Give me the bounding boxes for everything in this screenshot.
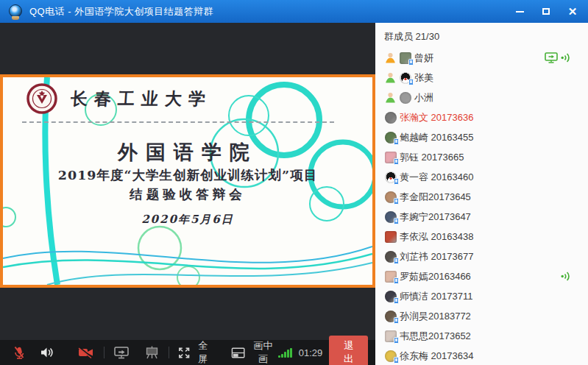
phone-badge-icon [394,317,399,324]
fullscreen-icon [178,347,190,359]
member-avatar [385,291,397,302]
presentation-board-icon [144,345,160,360]
video-background-bottom [0,288,375,340]
maximize-button[interactable] [541,7,551,17]
toolbar-divider [104,347,105,358]
member-avatar [385,191,397,203]
qq-call-app-icon [9,4,24,19]
slide-subtitle-2: 结题验收答辩会 [3,185,372,203]
member-label: 刘芷祎 20173677 [400,250,473,263]
member-label: 小洲 [414,91,433,104]
member-label: 张美 [414,71,433,85]
phone-badge-icon [394,198,399,205]
video-panel: 长春工业大学 外国语学院 2019年度“大学生创新创业训练计划”项目 结题验收答… [0,23,375,365]
speaking-icon [561,52,570,63]
member-label: 黄一容 20163460 [400,171,473,184]
window-controls: ✕ [514,7,582,17]
member-label: 郭钰 20173665 [400,151,464,164]
member-avatar [385,231,397,243]
phone-badge-icon [394,158,399,165]
member-row[interactable]: 李婉宁20173647 [375,207,588,227]
member-label: 韦思思20173652 [400,330,471,343]
minimize-icon [516,11,524,13]
mic-muted-icon [12,345,26,360]
shared-screen-frame: 长春工业大学 外国语学院 2019年度“大学生创新创业训练计划”项目 结题验收答… [0,74,375,288]
members-panel: 群成员 21/30 曾妍 张美 [375,23,588,365]
video-background-top [0,23,375,74]
mic-mute-button[interactable] [10,344,28,361]
minimize-button[interactable] [514,7,525,17]
member-label: 张瀚文 20173636 [400,111,473,124]
member-row[interactable]: 韦思思20173652 [375,326,588,346]
member-badges [545,52,570,64]
member-label: 孙润昊20183772 [400,310,471,323]
speaker-button[interactable] [38,344,56,361]
toolbar-divider [169,347,169,358]
phone-badge-icon [394,297,399,304]
member-avatar [400,92,411,104]
slide-divider [22,121,334,123]
online-status-icon [385,92,396,103]
member-row[interactable]: 师慎洁 20173711 [375,286,588,306]
title-bar: QQ电话 - 外国语学院大创项目结题答辩群 ✕ [0,0,588,23]
call-timer: 01:29 [299,347,323,358]
exit-call-button[interactable]: 退出 [329,336,368,365]
picture-in-picture-icon [231,347,245,359]
pip-label: 画中画 [249,339,277,365]
member-list: 曾妍 张美 小洲 张瀚文 20173636 [375,48,588,365]
member-row[interactable]: 张美 [375,68,588,88]
phone-badge-icon [408,59,414,65]
member-row[interactable]: 鲍越崎 20163455 [375,127,588,147]
member-label: 李金阳20173645 [400,191,471,204]
member-avatar [385,112,397,124]
member-row[interactable]: 李金阳20173645 [375,187,588,207]
phone-badge-icon [394,178,399,185]
university-logo-icon [26,83,57,114]
phone-badge-icon [394,337,399,344]
member-row[interactable]: 曾妍 [375,48,588,68]
member-badges [561,271,570,282]
phone-badge-icon [394,138,399,145]
member-label: 罗茹嫣20163466 [400,270,471,283]
phone-badge-icon [394,218,399,224]
camera-off-icon [77,345,95,360]
member-row[interactable]: 刘芷祎 20173677 [375,247,588,266]
camera-off-button[interactable] [76,344,96,361]
member-avatar [385,350,397,362]
slide-header: 长春工业大学 [26,83,212,114]
member-row[interactable]: 孙润昊20183772 [375,306,588,326]
member-label: 李婉宁20173647 [400,210,471,224]
away-status-icon [385,52,396,63]
member-avatar [385,251,397,263]
member-avatar [385,152,397,163]
member-label: 鲍越崎 20163455 [400,131,473,144]
member-label: 李依泓 20163438 [400,230,473,244]
member-label: 师慎洁 20173711 [400,290,473,303]
member-row[interactable]: 罗茹嫣20163466 [375,266,588,286]
phone-badge-icon [394,258,399,264]
online-status-icon [385,72,396,83]
member-row[interactable]: 黄一容 20163460 [375,167,588,187]
member-row[interactable]: 郭钰 20173665 [375,147,588,167]
member-row[interactable]: 徐东梅 20173634 [375,346,588,365]
member-label: 曾妍 [414,52,433,65]
screen-share-button[interactable] [112,344,131,361]
speaker-icon [39,345,54,360]
pip-button[interactable]: 画中画 [230,338,278,365]
member-row[interactable]: 张瀚文 20173636 [375,107,588,127]
close-icon: ✕ [568,6,578,17]
close-button[interactable]: ✕ [567,7,578,17]
member-row[interactable]: 李依泓 20163438 [375,227,588,247]
phone-badge-icon [394,357,399,364]
speaking-icon [561,271,570,282]
screen-share-icon [113,345,130,360]
member-avatar [385,132,397,143]
fullscreen-button[interactable]: 全屏 [177,338,213,365]
screen-share-active-icon [545,52,558,64]
qq-call-window: QQ电话 - 外国语学院大创项目结题答辩群 ✕ [0,0,588,365]
slide-title: 外国语学院 [3,139,372,166]
whiteboard-button[interactable] [143,344,161,361]
member-row[interactable]: 小洲 [375,88,588,107]
phone-badge-icon [408,79,414,85]
member-avatar [400,52,411,64]
